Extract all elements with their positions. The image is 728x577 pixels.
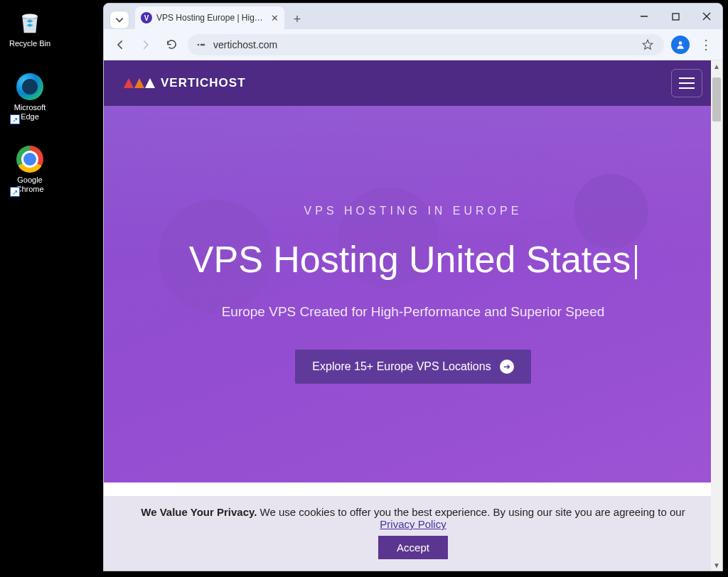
svg-point-5 — [198, 43, 200, 45]
window-minimize-button[interactable] — [628, 4, 660, 29]
bookmark-star-icon[interactable] — [638, 36, 657, 54]
window-controls — [628, 4, 722, 29]
tab-search-button[interactable] — [109, 11, 129, 29]
cookie-accept-button[interactable]: Accept — [378, 536, 448, 559]
hero-section: VPS HOSTING IN EUROPE VPS Hosting United… — [104, 106, 722, 482]
hamburger-menu-button[interactable] — [671, 69, 702, 97]
brand-name: VERTICHOST — [161, 76, 246, 90]
shortcut-arrow-icon: ↗ — [10, 187, 20, 197]
window-maximize-button[interactable] — [660, 4, 691, 29]
scroll-thumb[interactable] — [712, 77, 721, 122]
page-scrollbar[interactable]: ▲ ▼ — [711, 60, 722, 571]
nav-forward-button[interactable] — [136, 36, 155, 54]
tab-close-button[interactable]: ✕ — [271, 13, 279, 23]
svg-rect-6 — [200, 43, 205, 45]
tab-title: VPS Hosting Europe | High-Perf — [156, 13, 267, 23]
chrome-icon: ↗ — [16, 145, 44, 173]
edge-icon: ↗ — [16, 72, 44, 101]
scroll-up-icon[interactable]: ▲ — [711, 60, 722, 72]
desktop-icon-label: Recycle Bin — [9, 39, 50, 48]
cookie-text: We Value Your Privacy. We use cookies to… — [132, 506, 694, 530]
desktop-icon-chrome[interactable]: ↗ Google Chrome — [1, 142, 58, 197]
browser-window: V VPS Hosting Europe | High-Perf ✕ + ver… — [103, 3, 723, 571]
hero-headline: VPS Hosting United States — [189, 234, 637, 284]
svg-point-7 — [679, 41, 682, 45]
nav-back-button[interactable] — [111, 36, 129, 54]
new-tab-button[interactable]: + — [287, 9, 307, 29]
tab-strip: V VPS Hosting Europe | High-Perf ✕ + — [104, 4, 722, 29]
cta-label: Explore 15+ Europe VPS Locations — [312, 360, 491, 373]
browser-tab[interactable]: V VPS Hosting Europe | High-Perf ✕ — [135, 6, 284, 29]
site-info-icon[interactable] — [195, 38, 208, 51]
profile-avatar-button[interactable] — [671, 36, 690, 54]
tab-favicon-icon: V — [141, 12, 152, 23]
scroll-down-icon[interactable]: ▼ — [711, 559, 722, 571]
omnibox[interactable]: vertichost.com — [188, 34, 664, 55]
svg-rect-2 — [673, 14, 679, 20]
desktop: Recycle Bin ↗ Microsoft Edge ↗ Google Ch… — [0, 0, 103, 577]
svg-point-0 — [22, 14, 37, 18]
nav-reload-button[interactable] — [162, 36, 181, 54]
site-logo[interactable]: VERTICHOST — [124, 76, 246, 90]
cookie-lead-bold: We Value Your Privacy. — [141, 506, 257, 518]
shortcut-arrow-icon: ↗ — [10, 114, 20, 124]
address-bar: vertichost.com ⋮ — [104, 29, 722, 60]
explore-locations-button[interactable]: Explore 15+ Europe VPS Locations ➜ — [295, 350, 530, 384]
hero-subhead: Europe VPS Created for High-Performance … — [222, 304, 605, 320]
recycle-bin-icon — [16, 9, 44, 37]
logo-mark-icon — [124, 78, 155, 88]
desktop-icon-recycle-bin[interactable]: Recycle Bin — [1, 6, 58, 51]
cookie-consent-banner: We Value Your Privacy. We use cookies to… — [104, 496, 722, 571]
hero-eyebrow: VPS HOSTING IN EUROPE — [304, 205, 523, 217]
url-text: vertichost.com — [213, 39, 633, 50]
page-content: VERTICHOST VPS HOSTING IN EUROPE VPS Hos… — [104, 60, 722, 571]
hero-headline-text: VPS Hosting United States — [189, 239, 631, 280]
arrow-right-icon: ➜ — [500, 360, 514, 374]
window-close-button[interactable] — [691, 4, 722, 29]
site-header: VERTICHOST — [104, 60, 722, 106]
cookie-lead-rest: We use cookies to offer you the best exp… — [257, 506, 685, 518]
browser-menu-button[interactable]: ⋮ — [697, 36, 715, 54]
desktop-icon-edge[interactable]: ↗ Microsoft Edge — [1, 70, 58, 124]
typing-cursor-icon — [635, 245, 637, 279]
privacy-policy-link[interactable]: Privacy Policy — [380, 518, 446, 530]
